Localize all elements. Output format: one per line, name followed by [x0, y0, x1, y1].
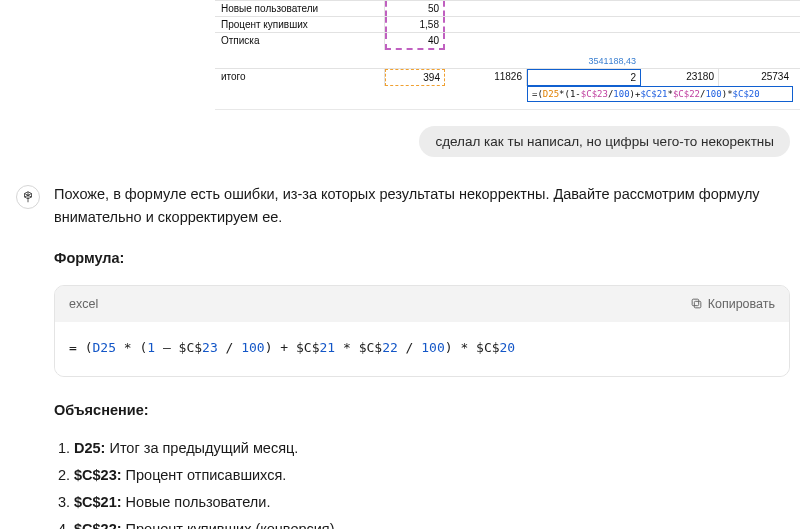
user-message-row: сделал как ты написал, но цифры чего-то … [0, 126, 790, 157]
list-item: $C$23: Процент отписавшихся. [74, 464, 790, 487]
itogo-v3-highlighted: 3541188,43 2 [527, 69, 641, 86]
floating-hint: 3541188,43 [588, 56, 636, 66]
row-value: 50 [385, 1, 445, 16]
copy-icon [690, 297, 703, 310]
spreadsheet-fragment: Новые пользователи 50 Процент купивших 1… [215, 0, 800, 110]
row-value: 1,58 [385, 17, 445, 32]
code-block: excel Копировать = (D25 * (1 – $C$23 / 1… [54, 285, 790, 378]
itogo-v1: 394 [385, 69, 445, 86]
heading-explain: Объяснение: [54, 399, 790, 422]
attached-screenshot: Новые пользователи 50 Процент купивших 1… [0, 0, 800, 110]
cell-formula-preview: =(D25*(1-$C$23/100)+$C$21*$C$22/100)*$C$… [527, 86, 793, 102]
row-label: Отписка [215, 33, 385, 50]
itogo-v4: 23180 [641, 69, 719, 86]
itogo-v5: 25734 [719, 69, 793, 86]
assistant-avatar [16, 185, 40, 209]
list-item: $C$21: Новые пользователи. [74, 491, 790, 514]
heading-formula: Формула: [54, 247, 790, 270]
itogo-v2: 11826 [445, 69, 527, 86]
row-value: 40 [385, 33, 445, 50]
row-label: Новые пользователи [215, 1, 385, 16]
code-content: = (D25 * (1 – $C$23 / 100) + $C$21 * $C$… [55, 322, 789, 377]
assistant-message: Похоже, в формуле есть ошибки, из-за кот… [0, 183, 800, 529]
copy-label: Копировать [708, 294, 775, 314]
code-lang-label: excel [69, 294, 98, 314]
copy-button[interactable]: Копировать [690, 294, 775, 314]
list-item: D25: Итог за предыдущий месяц. [74, 437, 790, 460]
openai-icon [21, 190, 35, 204]
user-message-bubble: сделал как ты написал, но цифры чего-то … [419, 126, 790, 157]
row-label: Процент купивших [215, 17, 385, 32]
svg-rect-1 [692, 299, 699, 306]
list-item: $C$22: Процент купивших (конверсия). [74, 518, 790, 529]
svg-rect-0 [694, 301, 701, 308]
explanation-list: D25: Итог за предыдущий месяц. $C$23: Пр… [54, 437, 790, 529]
itogo-label: итого [215, 69, 385, 86]
assistant-intro: Похоже, в формуле есть ошибки, из-за кот… [54, 183, 790, 229]
